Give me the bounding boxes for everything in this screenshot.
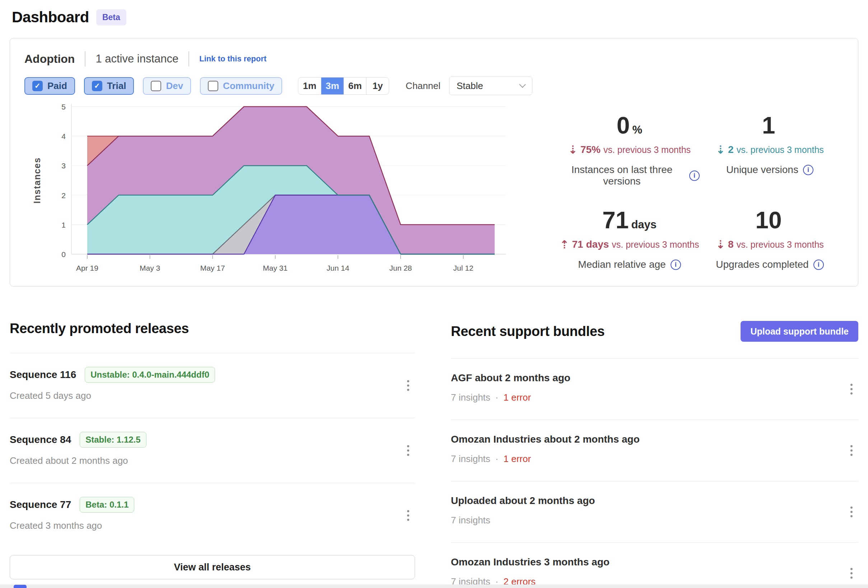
kebab-menu-icon[interactable] <box>847 504 855 520</box>
filter-label: Paid <box>47 80 67 92</box>
svg-text:Jul 12: Jul 12 <box>453 264 474 272</box>
bundle-row[interactable]: AGF about 2 months ago 7 insights · 1 er… <box>451 358 858 420</box>
stat-unit: days <box>631 218 657 231</box>
stat-value: 10 <box>755 207 781 234</box>
releases-section: Recently promoted releases Sequence 116 … <box>10 321 415 588</box>
bundle-row[interactable]: Uploaded about 2 months ago 7 insights <box>451 481 858 542</box>
svg-text:Jun 14: Jun 14 <box>327 264 349 272</box>
bundle-insights: 7 insights <box>451 454 490 464</box>
lower-sections: Recently promoted releases Sequence 116 … <box>10 321 858 588</box>
stat-label: Instances on last three versions <box>559 164 685 187</box>
range-3m[interactable]: 3m <box>321 78 344 95</box>
release-row[interactable]: Sequence 84 Stable: 1.12.5 Created about… <box>10 418 415 483</box>
checkbox-checked-icon <box>32 81 43 91</box>
stat-delta-suffix: vs. previous 3 months <box>737 145 824 155</box>
arrow-down-icon: ⇣ <box>716 143 725 156</box>
arrow-up-icon: ⇡ <box>560 238 569 251</box>
bundle-row[interactable]: Omozan Industries about 2 months ago 7 i… <box>451 420 858 481</box>
bundles-heading: Recent support bundles <box>451 324 605 339</box>
active-instance-count: 1 active instance <box>96 52 179 65</box>
kebab-menu-icon[interactable] <box>847 565 855 582</box>
range-1m[interactable]: 1m <box>298 78 321 95</box>
bundle-row[interactable]: Omozan Industries 3 months ago 7 insight… <box>451 542 858 588</box>
bundle-title: Uploaded about 2 months ago <box>451 495 837 507</box>
stat-unit: % <box>633 124 642 136</box>
stat-label: Median relative age <box>578 259 666 270</box>
bundle-insights: 7 insights <box>451 515 490 526</box>
checkbox-unchecked-icon <box>151 81 161 91</box>
stat-label: Unique versions <box>726 164 799 176</box>
kebab-menu-icon[interactable] <box>847 442 855 459</box>
channel-select[interactable]: Stable <box>449 77 532 95</box>
page-title: Dashboard <box>12 9 89 26</box>
arrow-down-icon: ⇣ <box>568 143 577 156</box>
stat-delta: 8 <box>728 239 734 250</box>
arrow-down-icon: ⇣ <box>716 238 725 251</box>
bundle-errors: 1 error <box>503 392 531 403</box>
chat-widget-peek[interactable] <box>14 585 27 588</box>
adoption-title: Adoption <box>24 52 75 66</box>
bundle-title: Omozan Industries 3 months ago <box>451 556 837 568</box>
release-channel-badge: Beta: 0.1.1 <box>80 497 134 513</box>
info-icon[interactable]: i <box>813 260 824 270</box>
stat-delta: 71 days <box>572 239 609 250</box>
channel-label: Channel <box>406 80 440 92</box>
view-all-releases-button[interactable]: View all releases <box>10 555 415 579</box>
stat-label: Upgrades completed <box>716 259 808 270</box>
bundle-title: Omozan Industries about 2 months ago <box>451 434 837 445</box>
filter-paid[interactable]: Paid <box>24 77 75 95</box>
release-row[interactable]: Sequence 77 Beta: 0.1.1 Created 3 months… <box>10 483 415 548</box>
release-created: Created 3 months ago <box>10 520 393 531</box>
release-title: Sequence 84 <box>10 434 71 446</box>
svg-text:May 31: May 31 <box>263 264 288 272</box>
kebab-menu-icon[interactable] <box>404 442 412 459</box>
filter-community[interactable]: Community <box>200 77 282 95</box>
release-row[interactable]: Sequence 116 Unstable: 0.4.0-main.444ddf… <box>10 353 415 418</box>
info-icon[interactable]: i <box>670 260 681 270</box>
channel-control: Channel Stable <box>406 77 532 95</box>
range-1y[interactable]: 1y <box>366 78 389 95</box>
filter-label: Dev <box>166 80 183 92</box>
support-bundles-section: Recent support bundles Upload support bu… <box>451 321 858 588</box>
chevron-down-icon <box>519 81 526 87</box>
kebab-menu-icon[interactable] <box>404 507 412 524</box>
stat-delta-suffix: vs. previous 3 months <box>604 145 691 155</box>
stat-value: 71 <box>602 207 629 234</box>
bundle-insights: 7 insights <box>451 392 490 403</box>
svg-text:5: 5 <box>61 103 66 111</box>
svg-text:May 3: May 3 <box>140 264 160 272</box>
svg-text:May 17: May 17 <box>200 264 225 272</box>
svg-text:Apr 19: Apr 19 <box>76 264 98 272</box>
adoption-controls: Paid Trial Dev Community 1m 3m 6m <box>24 77 844 95</box>
info-icon[interactable]: i <box>689 170 700 181</box>
bundle-title: AGF about 2 months ago <box>451 372 837 384</box>
page-bottom-strip <box>0 584 868 588</box>
range-6m[interactable]: 6m <box>344 78 366 95</box>
adoption-card-header: Adoption 1 active instance Link to this … <box>24 51 844 66</box>
stat-delta: 75% <box>580 144 601 155</box>
svg-text:2: 2 <box>61 191 66 199</box>
stat-delta-suffix: vs. previous 3 months <box>737 239 824 250</box>
stat-delta: 2 <box>728 144 734 155</box>
time-range-control: 1m 3m 6m 1y <box>298 77 389 95</box>
stat-value: 1 <box>762 112 775 139</box>
stat-instances-last-three-versions: 0 % ⇣ 75% vs. previous 3 months Instance… <box>559 112 700 187</box>
filter-trial[interactable]: Trial <box>84 77 134 95</box>
info-icon[interactable]: i <box>803 165 813 175</box>
filter-label: Community <box>223 80 274 92</box>
kebab-menu-icon[interactable] <box>847 381 855 397</box>
license-filter-group: Paid Trial Dev Community <box>24 77 282 95</box>
kebab-menu-icon[interactable] <box>404 377 412 394</box>
stat-value: 0 <box>617 112 630 139</box>
upload-support-bundle-button[interactable]: Upload support bundle <box>741 321 858 342</box>
releases-heading: Recently promoted releases <box>10 321 415 336</box>
stat-upgrades-completed: 10 ⇣ 8 vs. previous 3 months Upgrades co… <box>700 207 840 270</box>
stat-delta-suffix: vs. previous 3 months <box>612 239 699 250</box>
filter-label: Trial <box>107 80 126 92</box>
link-to-report[interactable]: Link to this report <box>199 54 266 64</box>
release-created: Created about 2 months ago <box>10 455 393 466</box>
divider <box>189 51 189 66</box>
filter-dev[interactable]: Dev <box>143 77 191 95</box>
adoption-card: Adoption 1 active instance Link to this … <box>10 38 858 287</box>
beta-badge: Beta <box>96 9 126 25</box>
